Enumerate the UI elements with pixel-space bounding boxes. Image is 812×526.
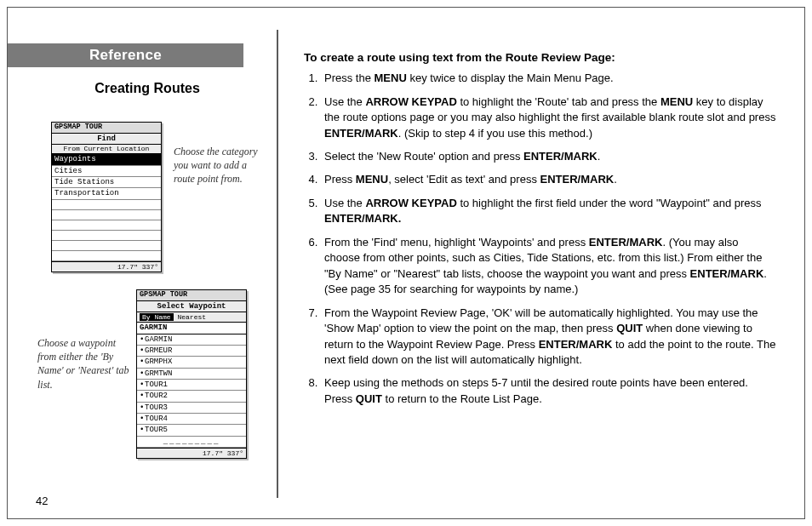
instruction-step: Use the ARROW KEYPAD to highlight the 'R… [321, 94, 777, 141]
device-screenshot-waypoint: GPSMAP TOUR Select Waypoint By Name Near… [136, 289, 247, 459]
device-row: •TOUR3 [137, 403, 246, 414]
device-row: •GARMIN [137, 334, 246, 346]
device-row-empty [52, 241, 161, 251]
device-footer: 17.7" 337° [137, 448, 246, 458]
reference-label: Reference [89, 47, 162, 64]
device-row: •TOUR5 [137, 425, 246, 436]
column-divider [277, 30, 278, 498]
instruction-step: From the 'Find' menu, highlight 'Waypoin… [321, 235, 777, 298]
caption-find: Choose the category you want to add a ro… [174, 145, 267, 186]
device-row: •TOUR4 [137, 414, 246, 425]
section-heading: Creating Routes [51, 81, 243, 96]
manual-page: Reference Creating Routes GPSMAP TOUR Fi… [0, 0, 812, 526]
instruction-step: Use the ARROW KEYPAD to highlight the fi… [321, 196, 777, 227]
device-row-empty [52, 200, 161, 210]
device-screenshot-find: GPSMAP TOUR Find From Current Location W… [51, 122, 162, 272]
device-row-empty [52, 231, 161, 241]
device-row: Tide Stations [52, 177, 161, 188]
device-row-empty [52, 210, 161, 220]
device-row: •GRMPHX [137, 357, 246, 368]
device-tabs: By Name Nearest [137, 312, 246, 323]
instructions-heading: To create a route using text from the Ro… [304, 49, 777, 66]
device-title: GPSMAP TOUR [137, 290, 246, 301]
device-footer: 17.7" 337° [52, 261, 161, 272]
device-title: GPSMAP TOUR [52, 123, 161, 134]
device-tab: Nearest [177, 313, 206, 321]
device-row-empty [52, 220, 161, 231]
device-filter-row: GARMIN [137, 323, 246, 334]
instruction-step: Press MENU, select 'Edit as text' and pr… [321, 172, 777, 187]
device-header: Find [52, 134, 161, 145]
instructions-content: To create a route using text from the Ro… [304, 49, 777, 415]
device-row-selected: Waypoints [52, 154, 161, 165]
reference-bar: Reference [8, 43, 243, 67]
device-subheader: From Current Location [52, 145, 161, 154]
device-row: Cities [52, 166, 161, 177]
device-row: •GRMTWN [137, 369, 246, 380]
caption-waypoint: Choose a waypoint from either the 'By Na… [37, 336, 131, 392]
device-row: •TOUR1 [137, 380, 246, 391]
device-row: •TOUR2 [137, 391, 246, 402]
device-row: •GRMEUR [137, 346, 246, 357]
instruction-step: Select the 'New Route' option and press … [321, 149, 777, 164]
instruction-step: Press the MENU key twice to display the … [321, 71, 777, 86]
device-header: Select Waypoint [137, 301, 246, 312]
page-number: 42 [36, 495, 48, 507]
device-row: Transportation [52, 188, 161, 199]
instruction-step: Keep using the methods on steps 5-7 unti… [321, 375, 777, 407]
device-row-blank: _________ [137, 437, 246, 448]
device-tab-selected: By Name [140, 313, 174, 321]
instruction-step: From the Waypoint Review Page, 'OK' will… [321, 306, 777, 369]
instructions-list: Press the MENU key twice to display the … [304, 71, 777, 407]
device-row-empty [52, 251, 161, 261]
